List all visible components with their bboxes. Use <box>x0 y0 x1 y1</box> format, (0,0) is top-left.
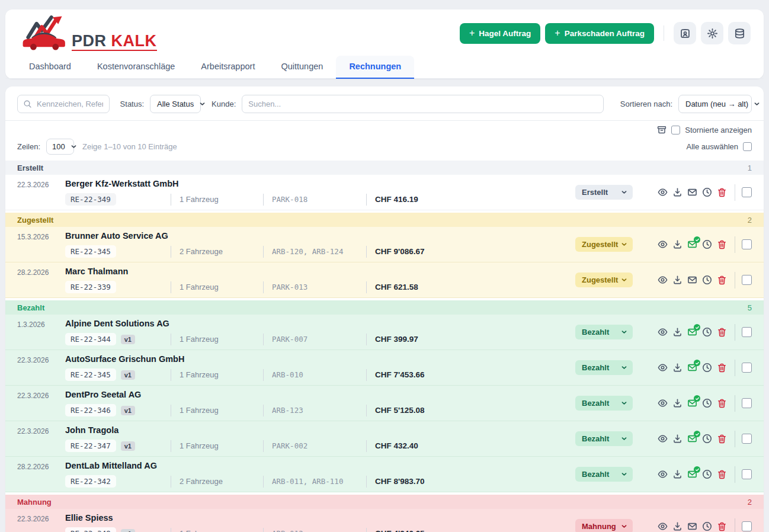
app-logo[interactable]: PDR KALK <box>21 15 157 51</box>
row-checkbox[interactable] <box>742 275 752 285</box>
view-button[interactable] <box>658 275 668 285</box>
delete-button[interactable] <box>717 469 727 479</box>
delete-button[interactable] <box>717 363 727 373</box>
history-button[interactable] <box>702 239 712 249</box>
row-checkbox[interactable] <box>742 521 752 531</box>
history-button[interactable] <box>702 187 712 197</box>
history-button[interactable] <box>702 434 712 444</box>
download-button[interactable] <box>672 398 683 408</box>
settings-button[interactable] <box>701 22 723 44</box>
status-select[interactable]: Bezahlt <box>575 325 633 339</box>
history-button[interactable] <box>702 327 712 337</box>
download-button[interactable] <box>672 363 683 373</box>
mail-sent-check-icon <box>694 395 700 402</box>
download-button[interactable] <box>672 187 683 197</box>
download-button[interactable] <box>672 434 683 444</box>
send-mail-button[interactable] <box>687 363 697 373</box>
row-checkbox[interactable] <box>742 187 752 197</box>
status-filter-select[interactable]: Alle Status <box>150 95 201 113</box>
send-mail-button[interactable] <box>687 398 697 408</box>
invoice-row[interactable]: 28.2.2026Marc ThalmannRE-22-3391 Fahrzeu… <box>5 262 764 298</box>
select-all-checkbox[interactable] <box>743 142 752 151</box>
mail-sent-check-icon <box>694 324 700 331</box>
row-checkbox[interactable] <box>742 434 752 444</box>
status-select[interactable]: Bezahlt <box>575 396 633 411</box>
delete-trash-icon <box>717 398 727 408</box>
row-checkbox[interactable] <box>742 363 752 373</box>
invoice-row[interactable]: 22.3.2026John TragolaRE-22-347v11 Fahrze… <box>5 421 764 457</box>
tab-kostenvoranschlaege[interactable]: Kostenvoranschläge <box>84 56 188 79</box>
view-button[interactable] <box>658 363 668 373</box>
tab-dashboard[interactable]: Dashboard <box>16 56 84 79</box>
delete-button[interactable] <box>717 187 727 197</box>
data-button[interactable] <box>728 22 751 44</box>
view-button[interactable] <box>658 398 668 408</box>
download-button[interactable] <box>672 239 683 249</box>
view-button[interactable] <box>658 327 668 337</box>
stornierte-checkbox[interactable] <box>671 126 680 134</box>
send-mail-button[interactable] <box>687 187 697 197</box>
status-select[interactable]: Bezahlt <box>575 360 633 375</box>
history-button[interactable] <box>702 363 712 373</box>
row-checkbox[interactable] <box>742 239 752 249</box>
delete-button[interactable] <box>717 327 727 337</box>
send-mail-button[interactable] <box>687 434 697 444</box>
status-select[interactable]: Bezahlt <box>575 431 633 446</box>
status-select[interactable]: Zugestellt <box>575 237 633 252</box>
invoice-group-zugestellt: Zugestellt215.3.2026Brunner Auto Service… <box>5 213 764 298</box>
kunde-search-input[interactable] <box>242 95 604 113</box>
status-select[interactable]: Erstellt <box>575 185 633 200</box>
view-button[interactable] <box>658 434 668 444</box>
invoice-row[interactable]: 22.3.2026AutoSurface Grischun GmbHRE-22-… <box>5 350 764 386</box>
delete-button[interactable] <box>717 434 727 444</box>
delete-button[interactable] <box>717 239 727 249</box>
invoice-row[interactable]: 28.2.2026DentLab Mittelland AGRE-22-3422… <box>5 457 764 492</box>
download-button[interactable] <box>672 469 683 479</box>
history-button[interactable] <box>702 521 712 531</box>
status-select[interactable]: Mahnung <box>575 519 633 532</box>
invoice-row[interactable]: 22.3.2026Berger Kfz-Werkstatt GmbHRE-22-… <box>5 175 764 210</box>
sort-select[interactable]: Datum (neu → alt) <box>678 95 752 113</box>
row-checkbox[interactable] <box>742 327 752 337</box>
download-button[interactable] <box>672 275 683 285</box>
delete-button[interactable] <box>717 521 727 531</box>
contacts-button[interactable] <box>674 22 696 44</box>
invoice-row[interactable]: 22.3.2026Ellie SpiessRE-22-348v11 Fahrze… <box>5 509 764 532</box>
send-mail-button[interactable] <box>687 239 697 249</box>
invoice-amount: CHF 399.97 <box>366 334 418 345</box>
delete-button[interactable] <box>717 275 727 285</box>
tab-rechnungen[interactable]: Rechnungen <box>336 56 414 79</box>
send-mail-button[interactable] <box>687 327 697 337</box>
send-mail-button[interactable] <box>687 275 697 285</box>
delete-button[interactable] <box>717 398 727 408</box>
rows-per-page-select[interactable]: 100 <box>46 139 74 155</box>
invoice-amount: CHF 7'453.66 <box>366 369 425 381</box>
select-all-label: Alle auswählen <box>687 142 738 151</box>
tab-arbeitsrapport[interactable]: Arbeitsrapport <box>188 56 268 79</box>
group-count-badge: 2 <box>748 216 752 225</box>
settings-gear-icon <box>707 28 718 39</box>
row-checkbox[interactable] <box>742 469 752 479</box>
rows-per-page-label: Zeilen: <box>17 142 40 151</box>
history-button[interactable] <box>702 275 712 285</box>
view-button[interactable] <box>658 187 668 197</box>
history-button[interactable] <box>702 398 712 408</box>
view-eye-icon <box>658 327 668 337</box>
view-button[interactable] <box>658 469 668 479</box>
parkschaden-auftrag-button[interactable]: + Parkschaden Auftrag <box>545 23 654 44</box>
row-checkbox[interactable] <box>742 398 752 408</box>
hagel-auftrag-button[interactable]: + Hagel Auftrag <box>460 23 540 44</box>
download-button[interactable] <box>672 521 683 531</box>
view-button[interactable] <box>658 239 668 249</box>
status-select[interactable]: Bezahlt <box>575 467 633 482</box>
status-select[interactable]: Zugestellt <box>575 273 633 287</box>
invoice-row[interactable]: 15.3.2026Brunner Auto Service AGRE-22-34… <box>5 227 764 262</box>
view-button[interactable] <box>658 521 668 531</box>
download-button[interactable] <box>672 327 683 337</box>
send-mail-button[interactable] <box>687 521 697 531</box>
invoice-row[interactable]: 22.3.2026DentPro Seetal AGRE-22-346v11 F… <box>5 386 764 421</box>
send-mail-button[interactable] <box>687 469 697 479</box>
invoice-row[interactable]: 1.3.2026Alpine Dent Solutions AGRE-22-34… <box>5 315 764 350</box>
history-button[interactable] <box>702 469 712 479</box>
tab-quittungen[interactable]: Quittungen <box>268 56 336 79</box>
